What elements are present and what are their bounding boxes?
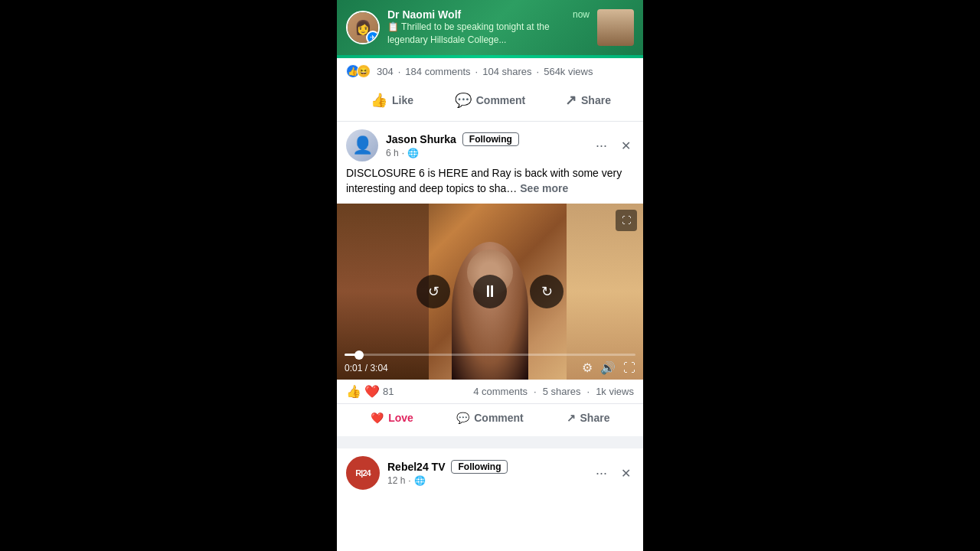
settings-icon[interactable]: ⚙	[582, 360, 593, 375]
like-reaction: 👍	[346, 384, 361, 399]
jason-views-count: 1k views	[596, 386, 634, 397]
jason-reaction-count: 81	[383, 386, 394, 397]
notification-content: Dr Naomi Wolf 📋 Thrilled to be speaking …	[387, 8, 565, 47]
top-post-action-bar: 👍 Like 💬 Comment ↗ Share	[337, 84, 643, 122]
total-time: 3:04	[370, 363, 387, 373]
jason-post-reactions: 👍 ❤️ 81 4 comments · 5 shares · 1k views	[337, 380, 643, 403]
rebel24-globe-icon: 🌐	[414, 475, 426, 486]
jason-shares-count[interactable]: 5 shares	[543, 386, 581, 397]
jason-share-icon: ↗	[567, 412, 576, 424]
post-user-info: Jason Shurka Following 6 h · 🌐	[386, 132, 585, 158]
post-header: 👤 Jason Shurka Following 6 h · 🌐 ··· ✕	[337, 122, 643, 166]
share-label: Share	[581, 94, 611, 106]
video-bottom-bar: 0:01 / 3:04 ⚙ 🔊 ⛶	[337, 349, 643, 380]
globe-icon: 🌐	[407, 148, 419, 158]
expand-video-button[interactable]: ⛶	[616, 210, 637, 231]
rebel24-time: 12 h	[387, 475, 405, 486]
comment-button[interactable]: 💬 Comment	[441, 86, 539, 115]
jason-comments-count[interactable]: 4 comments	[473, 386, 528, 397]
comments-count[interactable]: 184 comments	[405, 66, 470, 77]
share-icon: ↗	[565, 92, 577, 109]
haha-emoji-circle: 😆	[357, 64, 371, 78]
notification-avatar: 👩 ✈	[346, 11, 380, 44]
progress-dot[interactable]	[354, 350, 364, 360]
like-label: Like	[392, 94, 413, 106]
fullscreen-icon[interactable]: ⛶	[623, 361, 635, 375]
post-time: 6 h	[386, 148, 399, 158]
video-player[interactable]: ⛶ ↺ ⏸ ↻ 0:01	[337, 204, 643, 380]
post-username-row: Jason Shurka Following	[386, 132, 585, 146]
fast-forward-button[interactable]: ↻	[530, 275, 564, 308]
rebel24-more-button[interactable]: ···	[593, 462, 610, 484]
close-post-button[interactable]: ✕	[618, 135, 634, 156]
video-icons-right: ⚙ 🔊 ⛶	[582, 360, 635, 375]
notification-time: now	[573, 6, 590, 20]
progress-bar[interactable]	[345, 354, 635, 356]
jason-comment-button[interactable]: 💬 Comment	[441, 406, 539, 430]
heart-reaction: ❤️	[364, 384, 380, 399]
shares-count[interactable]: 104 shares	[482, 66, 531, 77]
notification-name: Dr Naomi Wolf	[387, 8, 565, 21]
top-post-reaction-bar: 👍 😆 304 · 184 comments · 104 shares · 56…	[337, 58, 643, 84]
post-meta: 6 h · 🌐	[386, 148, 585, 158]
video-time: 0:01 / 3:04	[345, 363, 388, 373]
comment-icon: 💬	[455, 92, 472, 109]
fastforward-icon: ↻	[541, 283, 553, 300]
video-controls-center: ↺ ⏸ ↻	[416, 275, 564, 308]
following-badge[interactable]: Following	[462, 132, 519, 146]
volume-icon[interactable]: 🔊	[600, 360, 616, 375]
like-icon: 👍	[371, 92, 387, 109]
post-body: DISCLOSURE 6 is HERE and Ray is back wit…	[346, 167, 622, 194]
rebel24-close-button[interactable]: ✕	[618, 463, 634, 484]
jason-post-card: 👤 Jason Shurka Following 6 h · 🌐 ··· ✕ D…	[337, 122, 643, 442]
rewind-icon: ↺	[428, 283, 439, 300]
notification-thumbnail	[597, 9, 634, 46]
rebel24-post-meta: 12 h · 🌐	[387, 475, 585, 486]
love-icon: ❤️	[371, 412, 384, 424]
reaction-count: 304	[377, 66, 394, 77]
jason-action-bar: ❤️ Love 💬 Comment ↗ Share	[337, 403, 643, 436]
pause-icon: ⏸	[482, 282, 498, 302]
comment-label: Comment	[476, 94, 526, 106]
jason-share-button[interactable]: ↗ Share	[539, 406, 637, 430]
current-time: 0:01	[345, 363, 362, 373]
jason-comment-icon: 💬	[456, 412, 469, 424]
jason-username[interactable]: Jason Shurka	[386, 133, 456, 145]
rebel24-following-badge[interactable]: Following	[451, 460, 508, 474]
notification-text: 📋 Thrilled to be speaking tonight at the…	[387, 21, 565, 47]
rebel24-username[interactable]: Rebel24 TV	[387, 461, 445, 473]
notification-banner[interactable]: 👩 ✈ Dr Naomi Wolf 📋 Thrilled to be speak…	[337, 0, 643, 55]
views-count: 564k views	[544, 66, 593, 77]
messenger-badge: ✈	[366, 31, 380, 44]
love-label: Love	[388, 412, 413, 424]
love-button[interactable]: ❤️ Love	[343, 406, 441, 430]
rebel24-post-header: R|24 Rebel24 TV Following 12 h · 🌐 ··· ✕	[337, 442, 643, 497]
like-button[interactable]: 👍 Like	[343, 86, 441, 115]
see-more-link[interactable]: See more	[520, 182, 568, 194]
post-text: DISCLOSURE 6 is HERE and Ray is back wit…	[337, 166, 643, 204]
jason-share-label: Share	[580, 412, 610, 424]
jason-avatar: 👤	[346, 129, 378, 161]
rebel24-username-row: Rebel24 TV Following	[387, 460, 585, 474]
reaction-emojis: 👍 😆	[346, 64, 368, 78]
rewind-button[interactable]: ↺	[416, 275, 450, 308]
rebel24-user-info: Rebel24 TV Following 12 h · 🌐	[387, 460, 585, 486]
more-options-button[interactable]: ···	[593, 135, 610, 157]
share-button[interactable]: ↗ Share	[539, 86, 637, 115]
rebel24-avatar: R|24	[346, 456, 380, 490]
pause-button[interactable]: ⏸	[473, 275, 507, 308]
video-bottom-controls: 0:01 / 3:04 ⚙ 🔊 ⛶	[345, 360, 635, 375]
jason-comment-label: Comment	[474, 412, 524, 424]
